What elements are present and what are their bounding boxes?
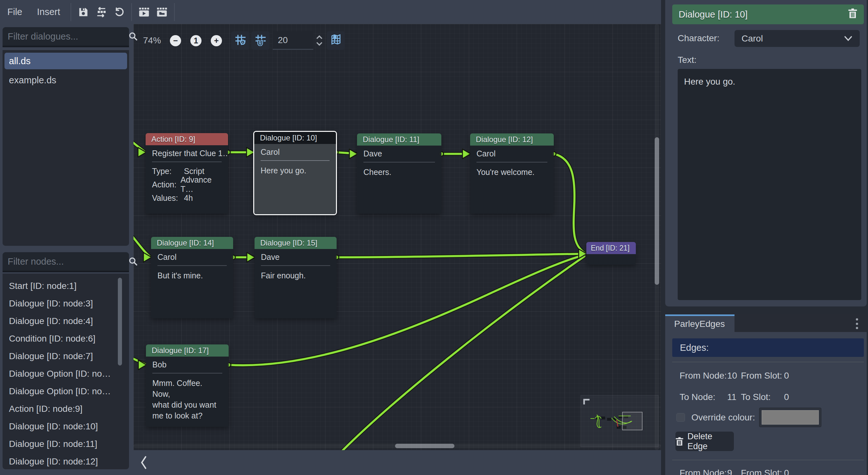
node-list-item[interactable]: Dialogue [ID: node:7]	[3, 347, 129, 365]
node-list-item[interactable]: Dialogue Option [ID: no…	[3, 382, 129, 400]
chevron-up-icon	[315, 34, 323, 40]
node-body: Carol You're welcome.	[470, 146, 554, 214]
translate-button[interactable]	[92, 3, 110, 21]
node-character: Dave	[357, 146, 441, 162]
node-list-item[interactable]: Action [ID: node:9]	[3, 400, 129, 417]
zoom-out-button[interactable]: −	[170, 35, 181, 46]
node-body	[586, 254, 636, 265]
zoom-reset-button[interactable]: 1	[190, 35, 202, 46]
graph-node-action-9[interactable]: Action [ID: 9] Register that Clue 1… Typ…	[146, 133, 228, 214]
menu-insert[interactable]: Insert	[30, 0, 68, 24]
node-list-scrollbar[interactable]	[118, 278, 122, 366]
file-item-all-ds[interactable]: all.ds	[4, 53, 127, 69]
canvas-horizontal-thumb[interactable]	[395, 444, 455, 448]
node-text: Mmm. Coffee. Now, what did you want me t…	[146, 374, 229, 421]
chevron-down-icon	[844, 35, 853, 42]
filter-dialogues-input[interactable]	[8, 31, 128, 42]
delete-edge-button[interactable]: Delete Edge	[676, 432, 734, 451]
node-list-item[interactable]: Dialogue [ID: node:3]	[3, 295, 129, 312]
from-slot-value: 0	[784, 468, 789, 475]
minimap-icon	[330, 34, 342, 47]
run-dialogue-button[interactable]	[135, 3, 153, 21]
node-title[interactable]: Dialogue [ID: 10]	[254, 132, 336, 144]
node-list-item[interactable]: Start [ID: node:1]	[3, 277, 129, 295]
node-text: Fair enough.	[254, 266, 337, 281]
toggle-minimap-button[interactable]	[327, 31, 345, 50]
node-text: But it's mine.	[151, 266, 233, 281]
node-list-item[interactable]: Dialogue [ID: node:12]	[3, 453, 129, 469]
edges-list-header[interactable]: Edges:	[672, 338, 864, 357]
to-node-value: 11	[727, 392, 741, 402]
node-title[interactable]: Dialogue [ID: 12]	[470, 133, 554, 146]
graph-node-dialogue-14[interactable]: Dialogue [ID: 14] Carol But it's mine.	[151, 237, 233, 318]
zoom-in-button[interactable]: +	[211, 35, 222, 46]
toggle-snap-button[interactable]	[251, 31, 270, 50]
edge-to-row: To Node: 11 To Slot: 0	[680, 392, 865, 402]
undo-button[interactable]	[110, 3, 128, 21]
node-title[interactable]: End [ID: 21]	[586, 242, 636, 254]
minimap-viewport	[622, 412, 642, 430]
divider	[672, 362, 864, 362]
collapse-sidebar-button[interactable]	[137, 454, 151, 471]
graph-node-dialogue-12[interactable]: Dialogue [ID: 12] Carol You're welcome.	[470, 133, 554, 214]
minimap[interactable]	[581, 395, 658, 447]
node-summary: Register that Clue 1…	[146, 145, 228, 161]
delete-node-button[interactable]	[848, 8, 858, 21]
delete-edge-label: Delete Edge	[687, 432, 734, 451]
text-label: Text:	[678, 55, 696, 65]
graph-node-dialogue-17[interactable]: Dialogue [ID: 17] Bob Mmm. Coffee. Now, …	[146, 344, 229, 427]
search-icon	[128, 256, 138, 266]
node-title[interactable]: Dialogue [ID: 14]	[151, 237, 233, 249]
node-title[interactable]: Dialogue [ID: 11]	[357, 133, 441, 146]
undo-icon	[114, 7, 125, 18]
override-colour-picker[interactable]	[759, 408, 822, 427]
graph-canvas[interactable]: 74% − 1 +	[133, 24, 661, 450]
edges-tab-bar: ParleyEdges	[665, 314, 867, 332]
toggle-grid-button[interactable]	[231, 31, 249, 50]
file-item-example-ds[interactable]: example.ds	[4, 72, 127, 88]
dialogue-file-list: all.ds example.ds	[3, 50, 129, 246]
menu-file[interactable]: File	[0, 0, 30, 24]
node-list-item[interactable]: Condition [ID: node:6]	[3, 330, 129, 347]
graph-node-dialogue-10[interactable]: Dialogue [ID: 10] Carol Here you go.	[253, 131, 337, 215]
canvas-horizontal-scrollbar[interactable]	[133, 444, 661, 448]
canvas-vertical-scrollbar[interactable]	[655, 24, 659, 450]
chevron-down-icon	[315, 40, 323, 47]
snap-distance-input[interactable]	[278, 35, 307, 45]
node-title[interactable]: Action [ID: 9]	[146, 133, 228, 145]
graph-node-end-21[interactable]: End [ID: 21]	[586, 242, 636, 265]
more-vert-icon[interactable]	[852, 318, 862, 329]
node-list-item[interactable]: Dialogue [ID: node:4]	[3, 312, 129, 330]
node-list-item[interactable]: Dialogue [ID: node:11]	[3, 435, 129, 453]
character-dropdown[interactable]: Carol	[735, 30, 860, 47]
node-list-item[interactable]: Dialogue [ID: node:10]	[3, 417, 129, 435]
from-node-value: 9	[727, 468, 741, 475]
override-colour-checkbox[interactable]	[676, 413, 685, 422]
run-scene-button[interactable]	[153, 3, 171, 21]
edge-from-row: From Node: 9 From Slot: 0	[680, 468, 865, 475]
graph-node-dialogue-15[interactable]: Dialogue [ID: 15] Dave Fair enough.	[254, 237, 337, 318]
node-body: Carol But it's mine.	[151, 249, 233, 318]
graph-toolbar: 74% − 1 +	[143, 31, 347, 50]
save-button[interactable]	[74, 3, 92, 21]
node-character: Bob	[146, 356, 229, 373]
node-list-item[interactable]: Dialogue Option [ID: no…	[3, 365, 129, 382]
node-inspector-panel: Dialogue [ID: 10] Character: Carol Text:…	[665, 0, 867, 307]
node-body: Register that Clue 1… Type:Script Action…	[146, 145, 228, 214]
parley-edges-panel: ParleyEdges Edges: From Node: 10 From Sl…	[665, 314, 867, 475]
canvas-vertical-thumb[interactable]	[655, 137, 659, 285]
character-value: Carol	[742, 33, 763, 44]
node-text: Cheers.	[357, 162, 441, 178]
run-dialogue-icon	[138, 7, 150, 18]
tab-parley-edges[interactable]: ParleyEdges	[665, 314, 735, 332]
node-title[interactable]: Dialogue [ID: 15]	[254, 237, 337, 249]
toolbar-separator	[174, 3, 175, 21]
dialogue-text-area[interactable]: Here you go.	[678, 69, 861, 300]
snap-distance-spinner[interactable]	[315, 34, 323, 47]
node-title[interactable]: Dialogue [ID: 17]	[146, 344, 229, 356]
filter-nodes-input[interactable]	[8, 256, 128, 267]
graph-node-dialogue-11[interactable]: Dialogue [ID: 11] Dave Cheers.	[357, 133, 441, 214]
from-node-value: 10	[727, 371, 741, 381]
inspector-title: Dialogue [ID: 10]	[679, 9, 748, 20]
node-text: Here you go.	[254, 161, 336, 176]
